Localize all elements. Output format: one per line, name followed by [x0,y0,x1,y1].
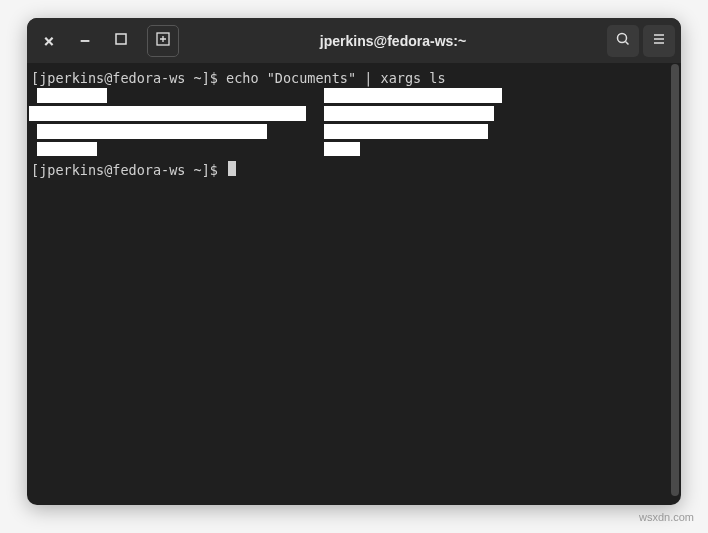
watermark: wsxdn.com [639,511,694,523]
svg-line-5 [626,42,629,45]
terminal-body[interactable]: [jperkins@fedora-ws ~]$ echo "Documents"… [27,63,681,505]
redacted-output [29,106,306,121]
terminal-window: × − jperkins@fedora-ws:~ [27,18,681,505]
redacted-output [37,124,267,139]
command-line-2: [jperkins@fedora-ws ~]$ [31,161,677,179]
search-icon [615,31,631,50]
redacted-output [324,124,488,139]
search-button[interactable] [607,25,639,57]
prompt-2: [jperkins@fedora-ws ~]$ [31,161,226,179]
new-tab-button[interactable] [147,25,179,57]
close-button[interactable]: × [33,25,65,57]
minimize-button[interactable]: − [69,25,101,57]
command-line-1: [jperkins@fedora-ws ~]$ echo "Documents"… [31,69,677,87]
prompt-1: [jperkins@fedora-ws ~]$ [31,69,226,87]
cursor [228,161,236,176]
maximize-icon [113,31,129,50]
redacted-output [324,142,360,156]
command-output [31,87,677,161]
command-1: echo "Documents" | xargs ls [226,69,445,87]
maximize-button[interactable] [105,25,137,57]
svg-point-4 [618,34,627,43]
titlebar: × − jperkins@fedora-ws:~ [27,18,681,63]
minimize-icon: − [80,31,90,50]
redacted-output [324,88,502,103]
menu-button[interactable] [643,25,675,57]
new-tab-icon [155,31,171,50]
svg-rect-0 [116,34,126,44]
window-title: jperkins@fedora-ws:~ [183,33,603,49]
redacted-output [37,142,97,156]
scrollbar[interactable] [671,64,679,496]
hamburger-icon [651,31,667,50]
close-icon: × [44,30,55,51]
redacted-output [324,106,494,121]
redacted-output [37,88,107,103]
